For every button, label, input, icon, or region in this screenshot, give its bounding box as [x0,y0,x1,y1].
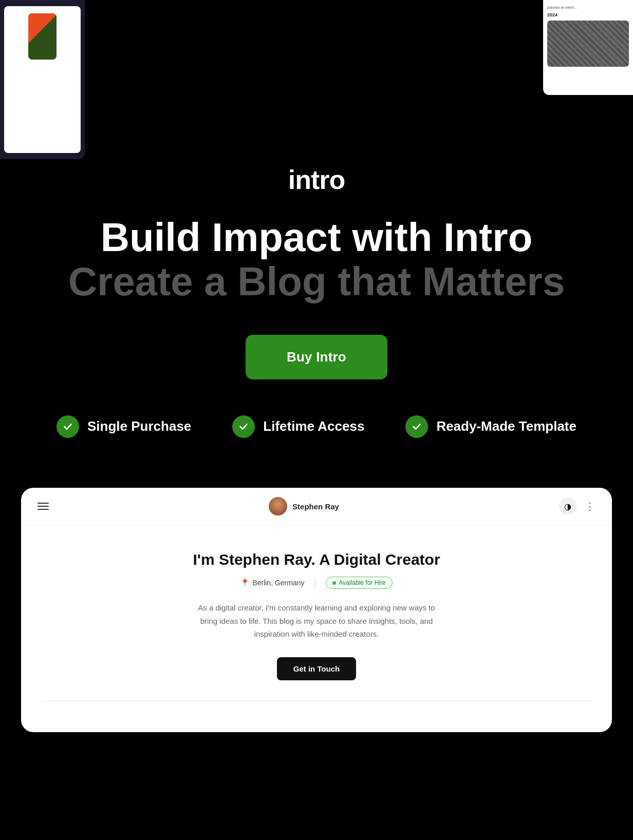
hamburger-menu-icon[interactable] [38,503,49,510]
preview-right-text: pulvinar at orient... [547,5,629,10]
brand-logo: intro [288,164,345,195]
get-in-touch-button[interactable]: Get in Touch [277,657,357,680]
check-icon-single-purchase [57,415,79,438]
hero-title-line1: Build Impact with Intro [101,216,533,260]
demo-profile-title: I'm Stephen Ray. A Digital Creator [193,551,440,568]
more-options-icon[interactable]: ⋮ [585,500,595,512]
phone-mockup [28,13,57,60]
location-pin-icon: 📍 [240,579,249,587]
hero-section: pulvinar at orient... 2024 intro Build I… [0,0,633,488]
demo-divider-bottom [42,701,591,701]
feature-item-ready-made-template: Ready-Made Template [405,415,576,438]
preview-right-year: 2024 [547,12,629,17]
check-icon-lifetime-access [232,415,255,438]
demo-location: 📍 Berlin, Germany [240,579,304,587]
badge-label: Available for Hire [339,579,386,586]
available-for-hire-badge: Available for Hire [326,577,393,589]
theme-toggle-button[interactable]: ◑ [559,498,576,515]
demo-section: Stephen Ray ◑ ⋮ I'm Stephen Ray. A Digit… [0,488,633,763]
demo-nav-center: Stephen Ray [269,497,339,516]
feature-label-lifetime-access: Lifetime Access [263,418,364,434]
buy-button[interactable]: Buy Intro [246,335,387,379]
preview-card-right: pulvinar at orient... 2024 [543,0,633,95]
preview-right-image [547,21,629,67]
feature-label-ready-made-template: Ready-Made Template [436,418,576,434]
demo-location-text: Berlin, Germany [252,579,304,587]
avatar [269,497,287,516]
hero-title-line2: Create a Blog that Matters [68,260,565,304]
demo-card: Stephen Ray ◑ ⋮ I'm Stephen Ray. A Digit… [21,488,612,732]
feature-label-single-purchase: Single Purchase [87,418,191,434]
demo-username: Stephen Ray [292,502,339,511]
features-row: Single Purchase Lifetime Access Ready-Ma… [57,415,576,438]
demo-navbar: Stephen Ray ◑ ⋮ [21,488,612,525]
badge-dot-icon [332,581,336,585]
demo-description: As a digital creator, I'm constantly lea… [193,601,440,641]
demo-meta: 📍 Berlin, Germany Available for Hire [240,577,392,589]
check-icon-ready-made-template [405,415,428,438]
feature-item-single-purchase: Single Purchase [57,415,191,438]
demo-nav-right: ◑ ⋮ [559,498,595,515]
feature-item-lifetime-access: Lifetime Access [232,415,364,438]
hero-content: intro Build Impact with Intro Create a B… [0,0,633,438]
demo-body: I'm Stephen Ray. A Digital Creator 📍 Ber… [21,525,612,732]
preview-card-left [0,0,85,159]
meta-divider [315,578,315,587]
